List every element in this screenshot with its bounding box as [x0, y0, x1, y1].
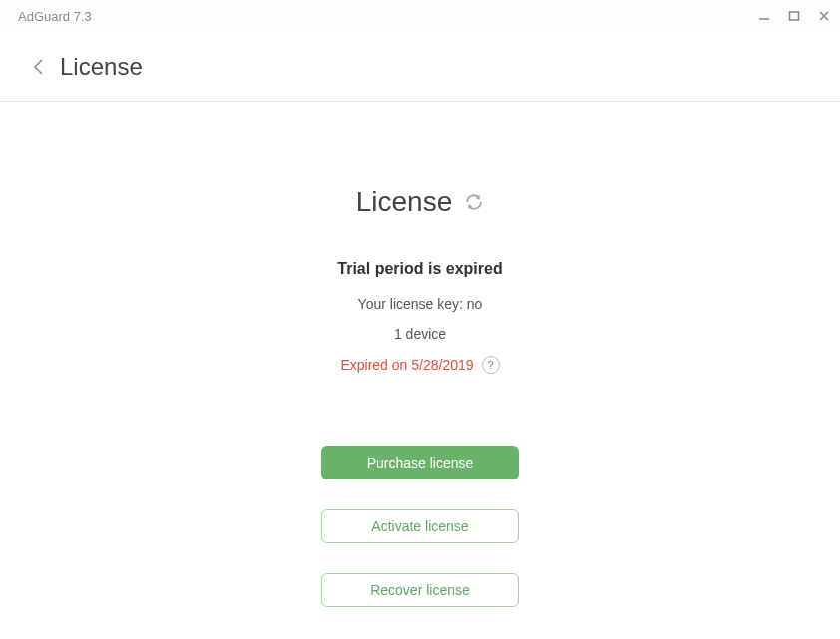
device-count: 1 device — [394, 326, 446, 342]
main-content: License Trial period is expired Your lic… — [0, 102, 840, 607]
window-controls — [758, 10, 830, 22]
license-heading: License — [356, 186, 485, 218]
back-arrow-icon[interactable] — [32, 58, 46, 76]
expired-row: Expired on 5/28/2019 ? — [340, 356, 499, 374]
purchase-license-button[interactable]: Purchase license — [321, 446, 519, 479]
titlebar: AdGuard 7.3 — [0, 0, 840, 32]
header: License — [0, 32, 840, 102]
activate-license-button[interactable]: Activate license — [321, 509, 519, 543]
license-heading-text: License — [356, 186, 453, 218]
expired-date: Expired on 5/28/2019 — [340, 357, 473, 373]
app-title: AdGuard 7.3 — [18, 9, 92, 24]
recover-license-button[interactable]: Recover license — [321, 573, 519, 607]
maximize-icon[interactable] — [788, 10, 800, 22]
license-key-info: Your license key: no — [358, 296, 483, 312]
refresh-icon[interactable] — [464, 192, 484, 212]
minimize-icon[interactable] — [758, 10, 770, 22]
page-title: License — [60, 53, 143, 81]
button-group: Purchase license Activate license Recove… — [321, 446, 519, 607]
svg-rect-1 — [790, 12, 799, 20]
close-icon[interactable] — [818, 10, 830, 22]
trial-status: Trial period is expired — [337, 260, 502, 278]
help-icon[interactable]: ? — [482, 356, 500, 374]
